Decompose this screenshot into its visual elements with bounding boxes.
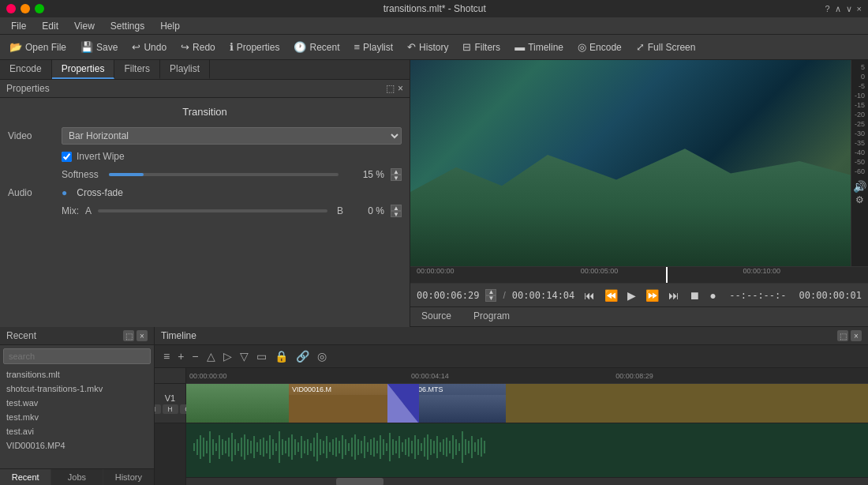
tab-source[interactable]: Source: [410, 307, 462, 326]
file-item-transitions[interactable]: transitions.mlt: [0, 367, 154, 382]
properties-icon: ℹ: [230, 41, 234, 53]
skip-end-button[interactable]: ⏭: [665, 288, 683, 303]
timeline-chain-button[interactable]: 🔗: [294, 348, 312, 364]
titlebar-close-icon[interactable]: ×: [857, 4, 862, 13]
tab-program[interactable]: Program: [462, 307, 521, 326]
save-button[interactable]: 💾 Save: [74, 39, 124, 55]
timecode-separator: /: [503, 290, 505, 301]
file-item-shotcut[interactable]: shotcut-transitions-1.mkv: [0, 382, 154, 396]
timeline-scrollbar[interactable]: [186, 477, 868, 485]
current-timecode[interactable]: 00:00:06:29: [417, 290, 479, 301]
file-item-avi[interactable]: test.avi: [0, 424, 154, 438]
file-item-vid[interactable]: VID00016.MP4: [0, 438, 154, 453]
maximize-button[interactable]: [35, 4, 44, 13]
mix-b-label: B: [337, 205, 343, 216]
track-area: VID00016.M: [186, 384, 868, 477]
tab-playlist[interactable]: Playlist: [160, 60, 210, 79]
file-item-mkv[interactable]: test.mkv: [0, 410, 154, 424]
menu-view[interactable]: View: [68, 19, 101, 33]
timecode-down[interactable]: ▼: [485, 295, 496, 302]
total-timecode: 00:00:14:04: [512, 290, 574, 301]
timeline-snap-button[interactable]: ◎: [315, 348, 329, 364]
help-icon[interactable]: ?: [825, 4, 829, 13]
open-file-icon: 📂: [9, 41, 22, 53]
undo-button[interactable]: ↩ Undo: [125, 39, 173, 55]
vu-settings-icon[interactable]: ⚙: [855, 194, 864, 205]
history-label: History: [419, 42, 448, 53]
timeline-lift-button[interactable]: △: [204, 348, 218, 364]
fullscreen-button[interactable]: ⤢ Full Screen: [630, 39, 702, 55]
invert-wipe-checkbox[interactable]: [62, 152, 72, 162]
playlist-button[interactable]: ≡ Playlist: [348, 39, 400, 55]
track-hide-button[interactable]: H: [163, 404, 178, 414]
clip-transition[interactable]: [387, 384, 419, 423]
record-button[interactable]: ●: [706, 288, 719, 303]
fast-forward-button[interactable]: ⏩: [642, 288, 662, 303]
audio-track: [186, 423, 868, 477]
timeline-float-button[interactable]: ⬚: [837, 330, 848, 341]
skip-start-button[interactable]: ⏮: [581, 288, 598, 303]
recent-tab-history[interactable]: History: [103, 469, 154, 485]
transition-svg: [387, 384, 419, 423]
softness-slider-track[interactable]: [109, 173, 339, 176]
recent-button[interactable]: 🕐 Recent: [287, 39, 346, 55]
collapse-icon[interactable]: ∧: [835, 4, 841, 14]
timeline-button[interactable]: ▬ Timeline: [508, 39, 570, 55]
panel-float-icon[interactable]: ⬚: [386, 83, 395, 94]
menu-settings[interactable]: Settings: [104, 19, 151, 33]
mix-down[interactable]: ▼: [391, 211, 402, 217]
transport-buttons: ⏮ ⏪ ▶ ⏩ ⏭ ⏹ ●: [581, 288, 719, 303]
redo-button[interactable]: ↪ Redo: [174, 39, 222, 55]
stop-button[interactable]: ⏹: [686, 288, 703, 303]
tab-properties[interactable]: Properties: [52, 60, 115, 79]
timeline-lock-button[interactable]: 🔒: [272, 348, 290, 364]
recent-close-button[interactable]: ×: [137, 330, 148, 341]
window-controls[interactable]: [6, 4, 44, 13]
filters-button[interactable]: ⊟ Filters: [456, 39, 507, 55]
scrollbar-thumb[interactable]: [336, 478, 383, 485]
timeline-overwrite-button[interactable]: ▽: [238, 348, 251, 364]
file-item-wav[interactable]: test.wav: [0, 396, 154, 410]
menu-help[interactable]: Help: [154, 19, 186, 33]
playhead[interactable]: [666, 267, 668, 283]
recent-bottom-tabs: Recent Jobs History: [0, 468, 154, 485]
close-button[interactable]: [6, 4, 16, 13]
history-button[interactable]: ↶ History: [401, 39, 455, 55]
open-file-button[interactable]: 📂 Open File: [3, 39, 73, 55]
minimize-button[interactable]: [21, 4, 30, 13]
tab-filters[interactable]: Filters: [114, 60, 160, 79]
encode-button[interactable]: ◎ Encode: [571, 39, 628, 55]
play-button[interactable]: ▶: [624, 288, 639, 303]
menu-file[interactable]: File: [5, 19, 32, 33]
clip-green[interactable]: [186, 384, 289, 423]
recent-tab-recent[interactable]: Recent: [0, 469, 51, 485]
transition-title: Transition: [8, 106, 402, 118]
vu-meter: 5 0 -5 -10 -15 -20 -25 -30 -35 -40 -50 -…: [851, 60, 868, 266]
timeline-menu-button[interactable]: ≡: [161, 348, 172, 364]
track-mute-button[interactable]: M: [155, 404, 161, 414]
timeline-add-button[interactable]: +: [175, 348, 186, 364]
expand-icon[interactable]: ∨: [846, 4, 852, 14]
invert-wipe-label[interactable]: Invert Wipe: [77, 151, 125, 162]
timeline-icon: ▬: [514, 41, 525, 53]
invert-wipe-row: Invert Wipe: [62, 151, 402, 162]
recent-panel: Recent ⬚ × transitions.mlt shotcut-trans…: [0, 327, 155, 485]
timeline-split-button[interactable]: ▭: [254, 348, 269, 364]
rewind-button[interactable]: ⏪: [601, 288, 621, 303]
video-type-select[interactable]: Bar Horizontal Bar Vertical Checkerboard…: [62, 127, 402, 145]
panel-close-icon[interactable]: ×: [398, 83, 403, 94]
recent-search-input[interactable]: [3, 348, 151, 364]
mix-slider[interactable]: [98, 209, 327, 212]
menu-edit[interactable]: Edit: [36, 19, 65, 33]
recent-tab-jobs[interactable]: Jobs: [51, 469, 103, 485]
properties-button[interactable]: ℹ Properties: [223, 39, 286, 55]
timeline-ruler[interactable]: 00:00:00:00 00:00:05:00 00:00:10:00: [413, 267, 865, 283]
timeline-append-button[interactable]: ▷: [221, 348, 234, 364]
softness-down[interactable]: ▼: [391, 175, 402, 181]
timeline-close-button[interactable]: ×: [851, 330, 862, 341]
volume-icon[interactable]: 🔊: [853, 180, 866, 193]
recent-float-button[interactable]: ⬚: [123, 330, 134, 341]
timeline-track-ruler[interactable]: 00:00:00:00 00:00:04:14 00:00:08:29: [186, 368, 868, 384]
tab-encode[interactable]: Encode: [0, 60, 52, 79]
timeline-remove-button[interactable]: −: [189, 348, 200, 364]
